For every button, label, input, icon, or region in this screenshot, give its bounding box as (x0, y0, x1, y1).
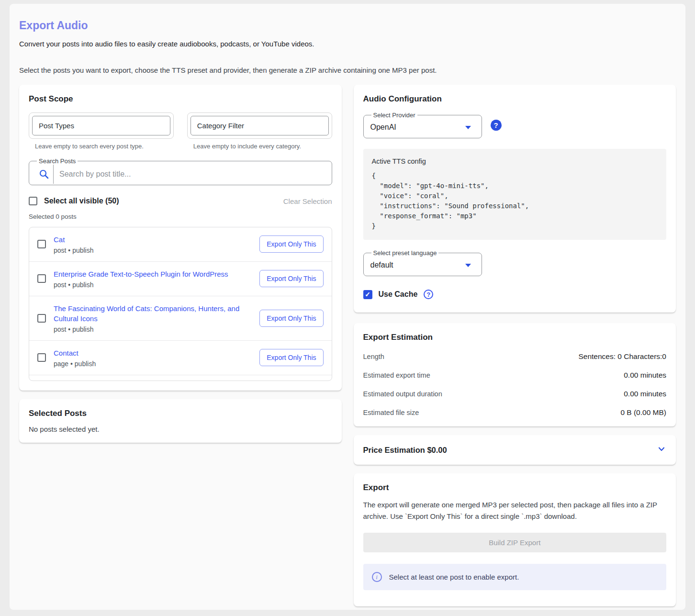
preset-language-value: default (370, 261, 393, 269)
post-title-link[interactable]: Contact (54, 348, 247, 358)
post-types-filter: Post Types Leave empty to search every p… (29, 112, 174, 150)
export-only-this-button[interactable]: Export Only This (259, 310, 323, 327)
post-meta: post • publish (54, 246, 247, 254)
chevron-down-icon (657, 444, 666, 456)
post-meta: post • publish (54, 325, 247, 333)
tts-config-json: { "model": "gpt-4o-mini-tts", "voice": "… (372, 171, 658, 231)
export-alert-text: Select at least one post to enable expor… (389, 573, 519, 581)
post-title-link[interactable]: Enterprise Grade Text-to-Speech Plugin f… (54, 269, 247, 280)
post-checkbox[interactable] (37, 314, 46, 323)
page-subtitle: Convert your posts into audio files to e… (19, 40, 676, 48)
selected-count-text: Selected 0 posts (29, 213, 332, 220)
tts-config-block: Active TTS config { "model": "gpt-4o-min… (363, 149, 667, 240)
estimation-value: 0.00 minutes (624, 390, 666, 398)
export-heading: Export (363, 483, 667, 493)
category-filter-select[interactable]: Category Filter (187, 112, 332, 139)
selected-posts-heading: Selected Posts (29, 409, 332, 418)
category-filter-helper: Leave empty to include every category. (187, 143, 332, 150)
caret-down-icon (465, 264, 471, 267)
provider-select[interactable]: Select Provider OpenAI (363, 112, 482, 138)
left-column: Post Scope Post Types Leave empty to sea… (19, 85, 342, 443)
search-posts-field: Search Posts (29, 157, 332, 185)
estimation-label: Estimated export time (363, 371, 430, 379)
preset-language-select[interactable]: Select preset language default (363, 249, 482, 276)
export-card: Export The export will generate one merg… (354, 473, 676, 606)
estimation-value: 0.00 minutes (624, 371, 666, 380)
export-description: The export will generate one merged MP3 … (363, 499, 667, 522)
export-estimation-heading: Export Estimation (363, 333, 667, 342)
post-row: The Fascinating World of Cats: Companion… (29, 296, 332, 341)
audio-configuration-card: Audio Configuration Select Provider Open… (354, 85, 676, 313)
post-scope-card: Post Scope Post Types Leave empty to sea… (19, 85, 342, 391)
search-posts-label: Search Posts (37, 157, 78, 165)
post-types-select-label: Post Types (32, 116, 170, 135)
estimation-value: Sentences: 0 Characters:0 (578, 352, 666, 361)
price-estimation-heading: Price Estimation $0.00 (363, 446, 447, 455)
page-title: Export Audio (19, 19, 676, 32)
export-estimation-card: Export Estimation Length Sentences: 0 Ch… (354, 323, 676, 426)
post-checkbox[interactable] (37, 274, 46, 283)
use-cache-help-icon[interactable]: ? (424, 290, 433, 299)
audio-configuration-heading: Audio Configuration (363, 94, 667, 104)
provider-select-value: OpenAI (370, 123, 396, 132)
category-filter: Category Filter Leave empty to include e… (187, 112, 332, 150)
estimation-row: Estimated file size 0 B (0.00 MB) (363, 408, 667, 417)
info-icon: i (372, 572, 382, 582)
estimation-row: Length Sentences: 0 Characters:0 (363, 352, 667, 361)
preset-language-label: Select preset language (371, 249, 439, 257)
post-types-select[interactable]: Post Types (29, 112, 174, 139)
estimation-row: Estimated export time 0.00 minutes (363, 371, 667, 380)
search-icon (35, 165, 53, 184)
select-all-label: Select all visible (50) (44, 197, 119, 205)
export-only-this-button[interactable]: Export Only This (259, 235, 323, 253)
post-title-link[interactable]: The Fascinating World of Cats: Companion… (54, 303, 247, 325)
use-cache-checkbox[interactable]: ✓ (363, 290, 372, 299)
caret-down-icon (465, 126, 471, 129)
search-input[interactable] (53, 165, 326, 184)
use-cache-label: Use Cache (379, 290, 418, 299)
post-row: Contact page • publish Export Only This (29, 340, 332, 375)
select-all-checkbox[interactable] (29, 197, 37, 205)
post-row: Cat post • publish Export Only This (29, 227, 332, 261)
selected-posts-card: Selected Posts No posts selected yet. (19, 399, 342, 443)
post-scope-heading: Post Scope (29, 94, 332, 104)
estimation-label: Estimated output duration (363, 390, 442, 398)
estimation-label: Estimated file size (363, 409, 419, 416)
clear-selection-button[interactable]: Clear Selection (283, 197, 332, 205)
export-audio-page: Export Audio Convert your posts into aud… (10, 4, 685, 610)
tts-config-label: Active TTS config (372, 157, 658, 165)
build-zip-export-button[interactable]: Build ZIP Export (363, 533, 667, 552)
right-column: Audio Configuration Select Provider Open… (354, 85, 676, 606)
provider-select-label: Select Provider (371, 112, 417, 119)
post-meta: post • publish (54, 281, 247, 289)
post-types-helper: Leave empty to search every post type. (29, 143, 174, 150)
export-only-this-button[interactable]: Export Only This (259, 349, 323, 366)
post-title-link[interactable]: Cat (54, 235, 247, 245)
estimation-label: Length (363, 353, 384, 360)
selected-posts-empty-text: No posts selected yet. (29, 425, 332, 433)
post-list: Cat post • publish Export Only This Ente… (29, 227, 332, 381)
price-estimation-toggle[interactable]: Price Estimation $0.00 (354, 435, 676, 465)
category-filter-select-label: Category Filter (191, 116, 329, 135)
estimation-row: Estimated output duration 0.00 minutes (363, 390, 667, 398)
export-only-this-button[interactable]: Export Only This (259, 270, 323, 287)
post-checkbox[interactable] (37, 240, 46, 248)
provider-help-icon[interactable]: ? (491, 120, 502, 131)
estimation-value: 0 B (0.00 MB) (620, 408, 666, 417)
post-meta: page • publish (54, 360, 247, 368)
export-alert: i Select at least one post to enable exp… (363, 564, 667, 590)
post-list-clipped-row (29, 375, 332, 381)
post-checkbox[interactable] (37, 353, 46, 362)
page-instructions: Select the posts you want to export, cho… (19, 66, 676, 74)
post-row: Enterprise Grade Text-to-Speech Plugin f… (29, 261, 332, 296)
